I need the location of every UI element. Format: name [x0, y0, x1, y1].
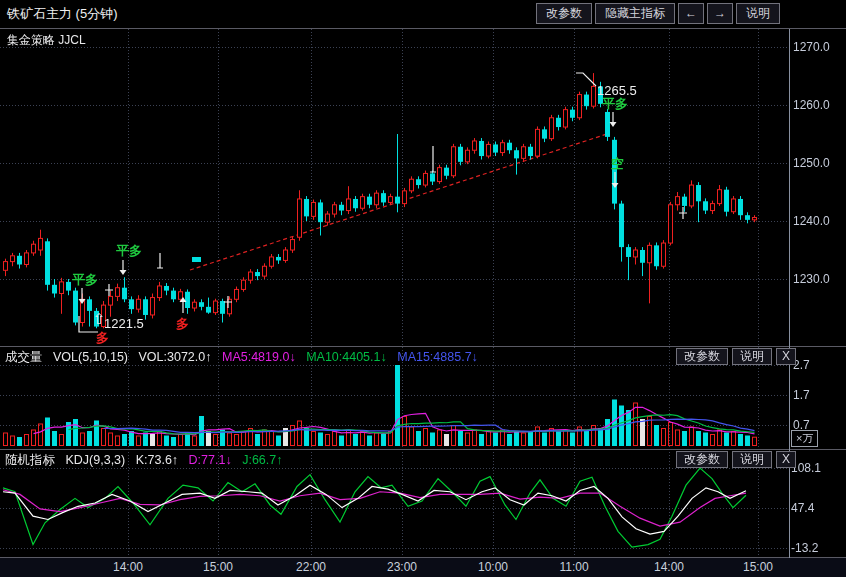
time-axis-label: 15:00 — [743, 560, 773, 574]
time-axis-label: 22:00 — [296, 560, 326, 574]
volume-ma15-value: MA15:4885.7↓ — [397, 350, 478, 364]
change-params-button[interactable]: 改参数 — [536, 3, 592, 24]
kdj-k-value: K:73.6↑ — [136, 453, 178, 467]
price-axis-label: 1230.0 — [793, 272, 830, 286]
hide-main-indicator-button[interactable]: 隐藏主指标 — [595, 3, 675, 24]
kdj-panel-buttons: 改参数 说明 X — [676, 451, 796, 468]
time-axis-label: 23:00 — [387, 560, 417, 574]
kdj-j-value: J:66.7↑ — [242, 453, 282, 467]
prev-arrow-button[interactable]: ← — [678, 3, 704, 24]
volume-ma10-value: MA10:4405.1↓ — [306, 350, 387, 364]
kdj-axis-label: 47.4 — [791, 501, 814, 515]
time-axis: 14:0015:0022:0023:0010:0011:0014:0015:00 — [0, 558, 846, 577]
price-axis-label: 1240.0 — [793, 214, 830, 228]
volume-params: VOL(5,10,15) — [53, 350, 128, 364]
time-axis-label: 11:00 — [559, 560, 588, 574]
price-axis-label: 1250.0 — [793, 156, 830, 170]
price-axis-label: 1270.0 — [793, 40, 830, 54]
kdj-panel-header: 随机指标 KDJ(9,3,3) K:73.6↑ D:77.1↓ J:66.7↑ — [5, 452, 289, 469]
time-axis-label: 10:00 — [478, 560, 508, 574]
kdj-panel-title: 随机指标 — [5, 453, 55, 467]
volume-change-params-button[interactable]: 改参数 — [676, 348, 728, 365]
kdj-axis-label: -13.2 — [791, 541, 818, 555]
kdj-change-params-button[interactable]: 改参数 — [676, 451, 728, 468]
volume-unit-label: ×万 — [791, 430, 818, 447]
toolbar: 铁矿石主力 (5分钟) 改参数 隐藏主指标 ← → 说明 — [0, 0, 846, 29]
trading-app: 铁矿石主力 (5分钟) 改参数 隐藏主指标 ← → 说明 集金策略 JJCL 成… — [0, 0, 846, 577]
volume-axis-label: 1.7 — [793, 388, 810, 402]
strategy-label: 集金策略 JJCL — [7, 32, 86, 49]
price-axis-label: 1260.0 — [793, 98, 830, 112]
instrument-title: 铁矿石主力 (5分钟) — [7, 5, 118, 23]
time-axis-label: 14:00 — [113, 560, 143, 574]
volume-axis-label: 0.7 — [793, 418, 810, 432]
volume-help-button[interactable]: 说明 — [732, 348, 772, 365]
next-arrow-button[interactable]: → — [707, 3, 733, 24]
help-button[interactable]: 说明 — [736, 3, 780, 24]
kdj-d-value: D:77.1↓ — [189, 453, 232, 467]
volume-panel-title: 成交量 — [5, 350, 43, 364]
kdj-close-button[interactable]: X — [776, 451, 796, 468]
volume-current-value: VOL:3072.0↑ — [139, 350, 212, 364]
toolbar-buttons: 改参数 隐藏主指标 ← → 说明 — [536, 3, 780, 24]
chart-canvas[interactable] — [0, 0, 846, 577]
volume-panel-header: 成交量 VOL(5,10,15) VOL:3072.0↑ MA5:4819.0↓… — [5, 349, 485, 366]
volume-ma5-value: MA5:4819.0↓ — [222, 350, 296, 364]
kdj-help-button[interactable]: 说明 — [732, 451, 772, 468]
volume-close-button[interactable]: X — [776, 348, 796, 365]
time-axis-label: 15:00 — [203, 560, 233, 574]
volume-panel-buttons: 改参数 说明 X — [676, 348, 796, 365]
kdj-params: KDJ(9,3,3) — [65, 453, 125, 467]
time-axis-label: 14:00 — [654, 560, 684, 574]
